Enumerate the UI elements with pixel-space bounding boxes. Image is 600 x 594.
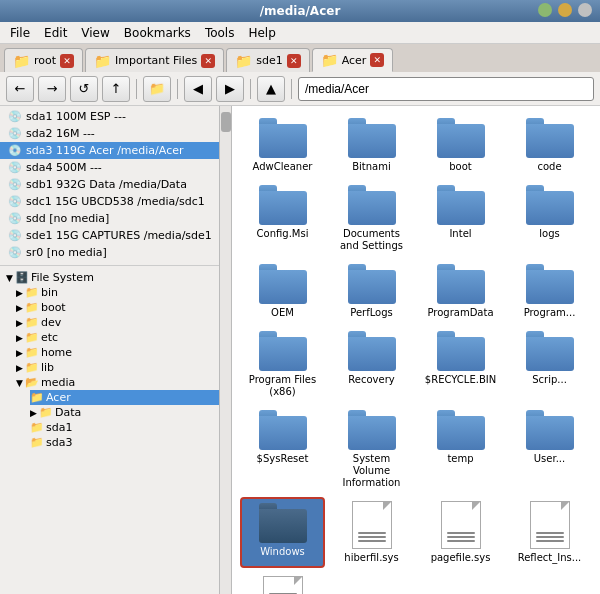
file-item-reflect[interactable]: Reflect_Ins... (507, 497, 592, 568)
tree-toggle[interactable]: ▶ (30, 408, 37, 418)
file-item-code[interactable]: code (507, 114, 592, 177)
sidebar-drive-sda2[interactable]: 💿 sda2 16M --- (0, 125, 219, 142)
tree-toggle[interactable]: ▶ (16, 333, 23, 343)
menu-bookmarks[interactable]: Bookmarks (118, 24, 197, 42)
wm-max-button[interactable] (558, 3, 572, 17)
tree-acer[interactable]: 📁 Acer (30, 390, 219, 405)
file-item-oem[interactable]: OEM (240, 260, 325, 323)
tree-lib[interactable]: ▶ 📁 lib (16, 360, 219, 375)
tree-toggle[interactable]: ▶ (16, 363, 23, 373)
tree-toggle[interactable]: ▶ (16, 303, 23, 313)
sidebar-drive-sda3[interactable]: 💿 sda3 119G Acer /media/Acer (0, 142, 219, 159)
tree-media[interactable]: ▼ 📂 media (16, 375, 219, 390)
sidebar-drive-sda4[interactable]: 💿 sda4 500M --- (0, 159, 219, 176)
sidebar-drive-sr0[interactable]: 💿 sr0 [no media] (0, 244, 219, 261)
file-item-programdata[interactable]: ProgramData (418, 260, 503, 323)
address-bar[interactable] (298, 77, 594, 101)
nav-next-button[interactable]: ▶ (216, 76, 244, 102)
tree-toggle[interactable]: ▼ (16, 378, 23, 388)
file-item-recovery[interactable]: Recovery (329, 327, 414, 402)
tree-folder-icon: 📁 (25, 346, 39, 359)
tree-sda3[interactable]: 📁 sda3 (30, 435, 219, 450)
file-label: temp (447, 453, 473, 465)
file-item-swapfile[interactable]: swapfile... (240, 572, 325, 594)
file-item-user[interactable]: User... (507, 406, 592, 493)
file-item-boot[interactable]: boot (418, 114, 503, 177)
file-item-configmsi[interactable]: Config.Msi (240, 181, 325, 256)
file-item-perflogs[interactable]: PerfLogs (329, 260, 414, 323)
tree-folder-icon: 📁 (30, 391, 44, 404)
scrollbar-thumb[interactable] (221, 112, 231, 132)
tab-sde1-close[interactable]: ✕ (287, 54, 301, 68)
tab-root-close[interactable]: ✕ (60, 54, 74, 68)
disk-icon: 💿 (8, 195, 22, 208)
file-label: AdwCleaner (253, 161, 313, 173)
tree-toggle[interactable]: ▶ (16, 348, 23, 358)
tab-sde1[interactable]: 📁 sde1 ✕ (226, 48, 309, 72)
nav-forward-button[interactable]: → (38, 76, 66, 102)
file-label: logs (539, 228, 559, 240)
tab-acer-close[interactable]: ✕ (370, 53, 384, 67)
file-item-programfiles86[interactable]: Program Files (x86) (240, 327, 325, 402)
tree-label: lib (41, 361, 54, 374)
tree-sda1[interactable]: 📁 sda1 (30, 420, 219, 435)
file-item-windows[interactable]: Windows (240, 497, 325, 568)
folder-icon (259, 503, 307, 543)
file-item-logs[interactable]: logs (507, 181, 592, 256)
tree-root-item[interactable]: ▼ 🗄️ File System (4, 270, 219, 285)
wm-close-button[interactable] (578, 3, 592, 17)
tab-folder-icon: 📁 (94, 53, 111, 69)
tree-toggle[interactable]: ▶ (16, 288, 23, 298)
file-item-program[interactable]: Program... (507, 260, 592, 323)
file-item-scripts[interactable]: Scrip... (507, 327, 592, 402)
file-doc-icon (352, 501, 392, 549)
sidebar-scrollbar[interactable] (220, 106, 232, 594)
tree-boot[interactable]: ▶ 📁 boot (16, 300, 219, 315)
file-item-temp[interactable]: temp (418, 406, 503, 493)
menu-tools[interactable]: Tools (199, 24, 241, 42)
file-item-bitnami[interactable]: Bitnami (329, 114, 414, 177)
nav-reload-button[interactable]: ↺ (70, 76, 98, 102)
file-label: Scrip... (532, 374, 567, 386)
nav-up-button[interactable]: ↑ (102, 76, 130, 102)
file-item-systemvolume[interactable]: System Volume Information (329, 406, 414, 493)
tree-toggle[interactable]: ▼ (6, 273, 13, 283)
sidebar-drive-sda1[interactable]: 💿 sda1 100M ESP --- (0, 108, 219, 125)
file-item-adwcleaner[interactable]: AdwCleaner (240, 114, 325, 177)
file-doc-icon (441, 501, 481, 549)
tab-important[interactable]: 📁 Important Files ✕ (85, 48, 224, 72)
tab-important-close[interactable]: ✕ (201, 54, 215, 68)
sidebar-drive-sdd[interactable]: 💿 sdd [no media] (0, 210, 219, 227)
nav-new-folder-button[interactable]: 📁 (143, 76, 171, 102)
tree-label: sda1 (46, 421, 72, 434)
folder-icon (259, 331, 307, 371)
nav-back-button[interactable]: ← (6, 76, 34, 102)
tree-bin[interactable]: ▶ 📁 bin (16, 285, 219, 300)
tree-folder-icon: 📁 (25, 331, 39, 344)
menu-view[interactable]: View (75, 24, 115, 42)
folder-icon (526, 264, 574, 304)
menu-edit[interactable]: Edit (38, 24, 73, 42)
nav-up2-button[interactable]: ▲ (257, 76, 285, 102)
tree-dev[interactable]: ▶ 📁 dev (16, 315, 219, 330)
sidebar-drive-sde1[interactable]: 💿 sde1 15G CAPTURES /media/sde1 (0, 227, 219, 244)
menu-help[interactable]: Help (242, 24, 281, 42)
wm-min-button[interactable] (538, 3, 552, 17)
tree-label: boot (41, 301, 66, 314)
tab-root[interactable]: 📁 root ✕ (4, 48, 83, 72)
tree-etc[interactable]: ▶ 📁 etc (16, 330, 219, 345)
tree-home[interactable]: ▶ 📁 home (16, 345, 219, 360)
tree-data[interactable]: ▶ 📁 Data (30, 405, 219, 420)
sidebar-drive-sdb1[interactable]: 💿 sdb1 932G Data /media/Data (0, 176, 219, 193)
file-item-documents[interactable]: Documents and Settings (329, 181, 414, 256)
nav-prev-button[interactable]: ◀ (184, 76, 212, 102)
file-item-hiberfil[interactable]: hiberfil.sys (329, 497, 414, 568)
tree-toggle[interactable]: ▶ (16, 318, 23, 328)
file-item-intel[interactable]: Intel (418, 181, 503, 256)
file-item-sysreset[interactable]: $SysReset (240, 406, 325, 493)
file-item-pagefile[interactable]: pagefile.sys (418, 497, 503, 568)
tab-acer[interactable]: 📁 Acer ✕ (312, 48, 394, 72)
file-item-recyclebin[interactable]: $RECYCLE.BIN (418, 327, 503, 402)
sidebar-drive-sdc1[interactable]: 💿 sdc1 15G UBCD538 /media/sdc1 (0, 193, 219, 210)
menu-file[interactable]: File (4, 24, 36, 42)
